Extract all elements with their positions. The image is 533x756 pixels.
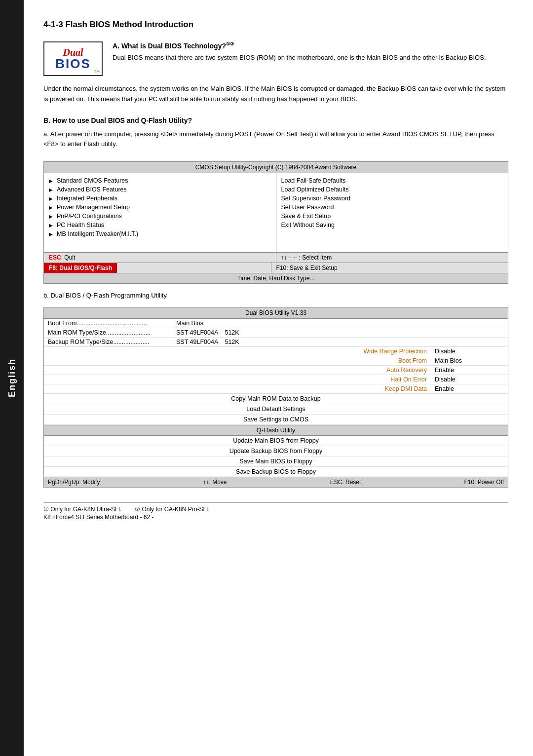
dual-bios-logo: Dual BIOS TM [43, 41, 103, 76]
utility-row-haltonerror: Halt On Error Disable [44, 375, 508, 384]
paragraph-b: b. Dual BIOS / Q-Flash Programming Utili… [43, 292, 508, 299]
sidebar-label: English [7, 358, 17, 397]
util-label-bootfrom2: Boot From [48, 357, 435, 364]
utility-row-copymain: Copy Main ROM Data to Backup [44, 394, 508, 404]
utility-row-savesettings: Save Settings to CMOS [44, 415, 508, 425]
util-label-bootfrom: Boot From...............................… [48, 320, 176, 327]
qflash-item-3: Save Main BIOS to Floppy [44, 456, 508, 467]
logo-bios: BIOS [55, 57, 91, 70]
cmos-footer-f10: F10: Save & Exit Setup [271, 263, 508, 273]
util-label-autorecovery: Auto Recovery [48, 367, 435, 374]
section-b-title: B. How to use Dual BIOS and Q-Flash Util… [43, 116, 508, 124]
bios-menu-item-6: ▶ PC Health Status [49, 221, 271, 229]
util-label-mainrom: Main ROM Type/Size......................… [48, 329, 176, 336]
util-label-keepdmi: Keep DMI Data [48, 385, 435, 392]
footer-esc: ESC: Reset [330, 479, 361, 486]
logo-dual: Dual [63, 47, 83, 57]
logo-tm: TM [94, 69, 100, 74]
arrow-icon-4: ▶ [49, 205, 53, 210]
footnote-1: ① Only for GA-K8N Ultra-SLI. ② Only for … [43, 506, 508, 513]
util-label-haltonerror: Halt On Error [48, 376, 435, 383]
bios-right-item-5: Save & Exit Setup [281, 212, 503, 221]
footer-power: F10: Power Off [464, 479, 503, 486]
sidebar: English [0, 0, 24, 756]
qflash-header: Q-Flash Utility [44, 425, 508, 436]
section-a-title: A. What is Dual BIOS Technology?①② [113, 41, 486, 50]
cmos-left-column: ▶ Standard CMOS Features ▶ Advanced BIOS… [44, 173, 276, 252]
util-value-widerange: Disable [435, 348, 504, 355]
bios-right-item-3: Set Supervisor Password [281, 194, 503, 203]
cmos-right-column: Load Fail-Safe Defaults Load Optimized D… [276, 173, 508, 252]
utility-table: Dual BIOS Utility V1.33 Boot From.......… [43, 307, 508, 488]
body-paragraph: Under the normal circumstances, the syst… [43, 84, 508, 105]
utility-row-keepdmi: Keep DMI Data Enable [44, 384, 508, 394]
arrow-icon-6: ▶ [49, 223, 53, 228]
cmos-footer-f8: F8: Dual BIOS/Q-Flash [44, 263, 271, 273]
utility-row-mainrom: Main ROM Type/Size......................… [44, 328, 508, 338]
arrow-icon-3: ▶ [49, 196, 53, 201]
util-value-bootfrom: Main Bios [176, 320, 203, 327]
main-content: 4-1-3 Flash BIOS Method Introduction Dua… [24, 0, 533, 756]
section-b-paragraph-a: a. After power on the computer, pressing… [43, 129, 508, 150]
bios-right-item-4: Set User Password [281, 203, 503, 212]
arrow-icon-1: ▶ [49, 178, 53, 184]
section-title: 4-1-3 Flash BIOS Method Introduction [43, 20, 508, 30]
page-container: English 4-1-3 Flash BIOS Method Introduc… [0, 0, 533, 756]
cmos-footer-row2: F8: Dual BIOS/Q-Flash F10: Save & Exit S… [44, 263, 508, 273]
footnote-bottom: K8 nForce4 SLI Series Motherboard - 62 - [43, 514, 508, 521]
qflash-item-2: Update Backup BIOS from Floppy [44, 446, 508, 456]
utility-row-widerange: Wide Range Protection Disable [44, 347, 508, 356]
utility-row-bootfrom-orange: Boot From Main Bios [44, 356, 508, 366]
footnotes: ① Only for GA-K8N Ultra-SLI. ② Only for … [43, 502, 508, 521]
utility-row-autorecovery: Auto Recovery Enable [44, 366, 508, 375]
qflash-item-1: Update Main BIOS from Floppy [44, 436, 508, 446]
cmos-footer-esc: ESC: Quit [44, 253, 276, 263]
footer-move: ↑↓: Move [203, 479, 227, 486]
util-value-backuprom: SST 49LF004A 512K [176, 339, 239, 345]
util-label-backuprom: Backup ROM Type/Size....................… [48, 339, 176, 345]
util-value-keepdmi: Enable [435, 385, 504, 392]
section-a-content: A. What is Dual BIOS Technology?①② Dual … [113, 41, 486, 62]
arrow-icon-7: ▶ [49, 231, 53, 237]
f8-label: F8: Dual BIOS/Q-Flash [44, 263, 117, 273]
util-value-haltonerror: Disable [435, 376, 504, 383]
bios-menu-item-2: ▶ Advanced BIOS Features [49, 185, 271, 194]
bios-menu-item-3: ▶ Integrated Peripherals [49, 194, 271, 203]
cmos-table-body: ▶ Standard CMOS Features ▶ Advanced BIOS… [44, 173, 508, 252]
utility-header: Dual BIOS Utility V1.33 [44, 307, 508, 319]
util-value-mainrom: SST 49LF004A 512K [176, 329, 239, 336]
bios-menu-item-5: ▶ PnP/PCI Configurations [49, 212, 271, 221]
bios-menu-item-7: ▶ MB Intelligent Tweaker(M.I.T.) [49, 229, 271, 238]
section-a-body: Dual BIOS means that there are two syste… [113, 53, 486, 63]
cmos-status-bar: Time, Date, Hard Disk Type... [44, 273, 508, 283]
bios-right-item-6: Exit Without Saving [281, 221, 503, 229]
arrow-icon-5: ▶ [49, 214, 53, 219]
utility-row-backuprom: Backup ROM Type/Size....................… [44, 338, 508, 347]
utility-row-loaddefault: Load Default Settings [44, 404, 508, 415]
bios-menu-item-1: ▶ Standard CMOS Features [49, 176, 271, 185]
util-label-widerange: Wide Range Protection [48, 348, 435, 355]
cmos-footer-arrows: ↑↓→←: Select Item [276, 253, 508, 263]
cmos-footer-row1: ESC: Quit ↑↓→←: Select Item [44, 252, 508, 263]
arrow-icon-2: ▶ [49, 187, 53, 192]
bios-menu-item-4: ▶ Power Management Setup [49, 203, 271, 212]
cmos-table-header: CMOS Setup Utility-Copyright (C) 1984-20… [44, 162, 508, 173]
util-value-bootfrom2: Main Bios [435, 357, 504, 364]
section-a-header: Dual BIOS TM A. What is Dual BIOS Techno… [43, 41, 508, 76]
cmos-table: CMOS Setup Utility-Copyright (C) 1984-20… [43, 161, 508, 284]
footer-modify: PgDn/PgUp: Modify [48, 479, 100, 486]
bios-right-item-1: Load Fail-Safe Defaults [281, 176, 503, 185]
util-value-autorecovery: Enable [435, 367, 504, 374]
utility-row-bootfrom: Boot From...............................… [44, 319, 508, 328]
qflash-item-4: Save Backup BIOS to Floppy [44, 467, 508, 477]
bios-right-item-2: Load Optimized Defaults [281, 185, 503, 194]
utility-footer: PgDn/PgUp: Modify ↑↓: Move ESC: Reset F1… [44, 477, 508, 487]
